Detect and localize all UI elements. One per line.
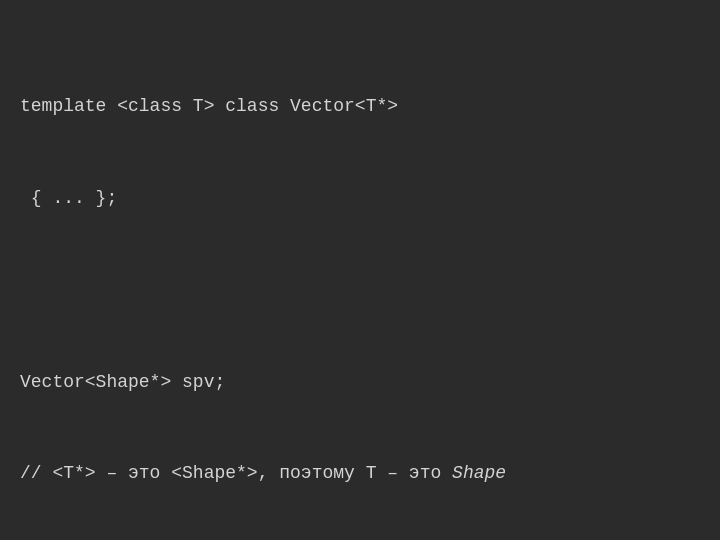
code-line-5: // <T*> – это <Shape*>, поэтому T – это … [20,458,506,489]
code-line-5-italic: Shape [452,463,506,483]
code-display: template <class T> class Vector<T*> { ..… [0,0,526,540]
code-line-5-prefix: // <T*> – это <Shape*>, поэтому T – это [20,463,452,483]
code-line-empty-1 [20,275,506,306]
code-line-4: Vector<Shape*> spv; [20,367,506,398]
code-line-2: { ... }; [20,183,506,214]
code-line-1: template <class T> class Vector<T*> [20,91,506,122]
